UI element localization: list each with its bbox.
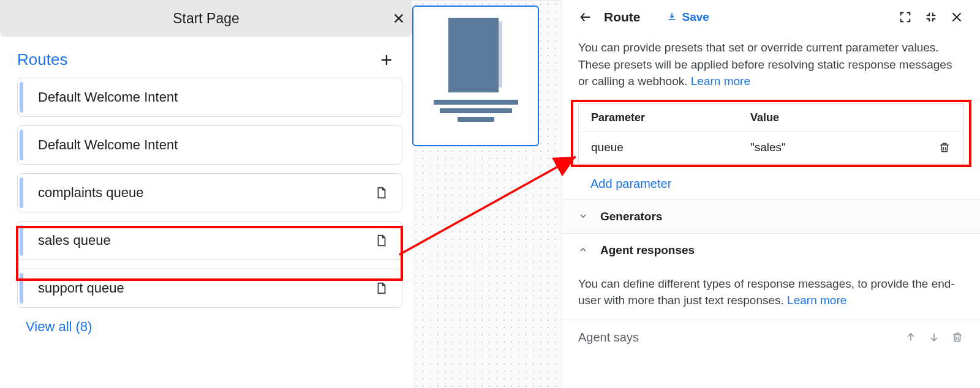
agent-says-row[interactable]: Agent says bbox=[562, 319, 980, 345]
route-label: complaints queue bbox=[38, 185, 375, 201]
annotation-highlight-params bbox=[571, 100, 971, 167]
route-label: Default Welcome Intent bbox=[38, 137, 388, 153]
save-label: Save bbox=[682, 10, 709, 24]
add-parameter-button[interactable]: Add parameter bbox=[590, 177, 964, 191]
move-up-icon[interactable] bbox=[904, 330, 918, 344]
route-label: Default Welcome Intent bbox=[38, 89, 388, 105]
agent-responses-title: Agent responses bbox=[600, 244, 695, 257]
view-all-link[interactable]: View all (8) bbox=[26, 319, 92, 334]
agent-responses-description: You can define different types of respon… bbox=[578, 275, 964, 309]
back-arrow-icon[interactable] bbox=[578, 10, 593, 24]
presets-description-text: You can provide presets that set or over… bbox=[578, 41, 952, 88]
generators-section[interactable]: Generators bbox=[562, 200, 980, 233]
chevron-down-icon bbox=[578, 211, 589, 222]
page-icon bbox=[375, 234, 388, 247]
start-page-title: Start Page bbox=[0, 10, 412, 27]
learn-more-link-2[interactable]: Learn more bbox=[787, 294, 846, 307]
route-detail-panel: Route Save You can provide presets that … bbox=[562, 0, 980, 388]
route-item[interactable]: Default Welcome Intent bbox=[17, 78, 402, 117]
route-list: Default Welcome IntentDefault Welcome In… bbox=[0, 69, 412, 308]
route-title: Route bbox=[604, 10, 641, 24]
route-item[interactable]: sales queue bbox=[17, 221, 402, 260]
close-icon[interactable] bbox=[390, 10, 407, 27]
route-label: support queue bbox=[38, 280, 375, 296]
start-page-panel: Start Page Routes Default Welcome Intent… bbox=[0, 0, 412, 388]
route-label: sales queue bbox=[38, 233, 375, 248]
agent-responses-section[interactable]: Agent responses bbox=[562, 233, 980, 267]
agent-says-label: Agent says bbox=[578, 330, 639, 345]
add-route-button[interactable] bbox=[378, 51, 395, 69]
start-page-header: Start Page bbox=[0, 0, 412, 37]
routes-title[interactable]: Routes bbox=[17, 50, 67, 69]
save-button[interactable]: Save bbox=[666, 10, 709, 24]
selected-page-node[interactable] bbox=[412, 6, 539, 146]
expand-icon[interactable] bbox=[898, 10, 913, 24]
presets-description: You can provide presets that set or over… bbox=[578, 39, 964, 90]
routes-header: Routes bbox=[0, 37, 412, 69]
view-all-row: View all (8) bbox=[0, 308, 412, 335]
page-thumbnail-lines bbox=[420, 100, 532, 122]
route-accent-bar bbox=[20, 82, 23, 113]
route-accent-bar bbox=[20, 273, 23, 304]
route-item[interactable]: complaints queue bbox=[17, 173, 402, 212]
move-down-icon[interactable] bbox=[927, 330, 941, 344]
page-icon bbox=[375, 186, 388, 200]
chevron-up-icon bbox=[578, 245, 589, 256]
route-accent-bar bbox=[20, 177, 23, 208]
generators-title: Generators bbox=[600, 210, 662, 223]
route-accent-bar bbox=[20, 130, 23, 160]
delete-response-icon[interactable] bbox=[951, 330, 964, 344]
route-header: Route Save bbox=[578, 0, 964, 34]
agent-responses-description-text: You can define different types of respon… bbox=[578, 277, 955, 307]
flow-canvas[interactable] bbox=[412, 0, 562, 388]
close-panel-icon[interactable] bbox=[949, 10, 964, 24]
route-accent-bar bbox=[20, 225, 23, 256]
collapse-icon[interactable] bbox=[924, 10, 938, 24]
parameter-presets-card: Parameter Value queue"sales" bbox=[578, 103, 964, 163]
route-item[interactable]: Default Welcome Intent bbox=[17, 125, 402, 165]
route-item[interactable]: support queue bbox=[17, 269, 402, 308]
page-thumbnail-icon bbox=[442, 18, 510, 96]
page-icon bbox=[375, 282, 388, 295]
learn-more-link[interactable]: Learn more bbox=[691, 75, 750, 88]
